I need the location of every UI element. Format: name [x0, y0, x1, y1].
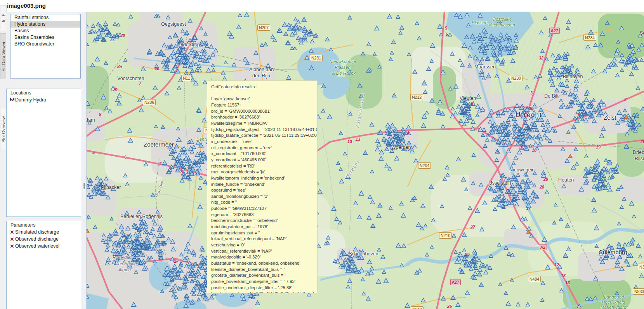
parameter-item-simulated-discharge[interactable]: ✕Simulated discharge: [7, 229, 81, 236]
road-badge-n11: N11: [181, 75, 191, 81]
place-label-zeist: Zeist: [604, 114, 616, 121]
parameter-item-observed-discharge[interactable]: ✕Observed discharge: [7, 236, 81, 243]
locations-panel: Locations Dummy Hydro: [6, 89, 81, 217]
road-badge-n214: N214: [411, 306, 424, 309]
location-flag-icon: [9, 97, 15, 103]
groundwater-markers-layer[interactable]: [82, 12, 644, 309]
tooltip-line: opgeruimd = 'nee': [211, 187, 317, 194]
panel-map-splitter[interactable]: [82, 12, 87, 309]
road-badge-n833: N833: [633, 288, 644, 295]
tooltip-line: uit_registratie_genomen = 'nee': [211, 145, 317, 151]
motorway-exit-number: 5: [445, 26, 447, 30]
place-label-den-rijn: den Rijn: [252, 73, 270, 79]
x-marker-icon: ✕: [9, 229, 15, 235]
place-label-voorschoten: Voorschoten: [117, 76, 144, 81]
tooltip-line: kwaliteitsregime = 'IMBRO/A': [211, 120, 317, 127]
location-item-label: Dummy Hydro: [15, 97, 46, 103]
place-label-zoetermeer: Zoetermeer: [144, 141, 174, 148]
motorway-exit-number: 8: [181, 169, 183, 174]
nature-label-heerlijkheid: Heerlijkheid: [602, 300, 625, 304]
road-badge-n230: N230: [510, 75, 522, 81]
tooltip-line: GetFeatureInfo results:: [211, 84, 317, 90]
tooltip-line: aantal_monitoringbuizen = '3': [211, 194, 317, 200]
tooltip-line: kwaliteitsnorm_inrichting = 'onbekend': [211, 175, 317, 182]
motorway-exit-number: 27: [174, 259, 179, 264]
place-label-airport: Airport: [118, 267, 131, 272]
parameter-item-label: Observed waterlevel: [15, 243, 59, 249]
side-tab-strip: 5 : F6 : Data ViewerPlot Overview: [0, 12, 6, 309]
layer-item-bro-groundwater[interactable]: BRO Groundwater: [10, 41, 80, 47]
tooltip-line: referentiestelsel = 'RD': [211, 163, 317, 169]
tooltip-line: positie_onderkant_diepste_filter = '-25.…: [211, 285, 317, 291]
tooltip-line: kleinste_diameter_bovenkant_buis = '': [211, 267, 317, 273]
tooltip-line: bro_id = 'GMW000000038681': [211, 108, 317, 115]
motorway-exit-number: 8a: [117, 64, 122, 69]
parameters-panel: Parameters ✕Simulated discharge✕Observed…: [6, 221, 81, 309]
parameter-item-observed-waterlevel[interactable]: ✕Observed waterlevel: [7, 243, 81, 250]
layer-item-hydro-stations[interactable]: Hydro stations: [10, 21, 80, 28]
motorway-exit-number: 6: [124, 155, 127, 159]
x-marker-icon: ✕: [9, 243, 15, 249]
motorway-exit-number: 7: [139, 81, 141, 86]
motorway-exit-number: 5: [92, 150, 95, 155]
motorway-exit-number: 3: [624, 97, 627, 102]
location-item-dummy-hydro[interactable]: Dummy Hydro: [7, 96, 81, 103]
motorway-exit-number: 13: [347, 139, 352, 144]
side-tab-plot-overview[interactable]: Plot Overview: [0, 109, 7, 150]
road-badge-n206: N206: [143, 99, 156, 105]
road-badge-n204: N204: [418, 162, 431, 169]
place-label-alphen-aan: Alphen aan: [249, 67, 274, 72]
nature-label--de-haeck: & De Haeck: [332, 71, 356, 75]
motorway-exit-number: 6: [471, 101, 473, 106]
motorway-exit-number: 7: [483, 108, 485, 113]
parameters-header: Parameters: [7, 221, 81, 229]
tooltip-line: bronhouder = '30276683': [211, 114, 317, 120]
tooltip-line: opruimingsdatum_put = '': [211, 230, 317, 236]
orange-station-marker[interactable]: [568, 154, 572, 158]
nature-label-plassen: Plassen: [472, 20, 488, 25]
motorway-exit-number: 5: [446, 32, 448, 37]
tooltip-line: tijdstip_registratie_object = '2020-11-1…: [211, 127, 317, 133]
nature-label-landgoed: Landgoed: [604, 295, 624, 299]
place-label-driebergen-: Driebergen-: [633, 150, 644, 155]
motorway-exit-number: 3b: [113, 87, 118, 91]
layers-list[interactable]: Rainfall stationsHydro stationsBasinsBas…: [10, 14, 81, 79]
tooltip-line: x_coordinaat = '101760.000': [211, 151, 317, 157]
nature-label-oostelijke: Oostelijke: [492, 17, 512, 21]
tooltip-line: lokaal_verticaal_referentiepunt = 'NAP': [211, 236, 317, 242]
motorway-exit-number: 29: [543, 177, 548, 182]
tooltip-line: inrichtingsdatum_put = '1978': [211, 224, 317, 230]
motorway-exit-number: 13: [356, 137, 360, 141]
road-badge-n231: N231: [310, 55, 323, 61]
layer-item-basins[interactable]: Basins: [10, 28, 80, 34]
place-label-bilthoven: Bilthoven: [563, 74, 583, 79]
layer-item-basins-ensembles[interactable]: Basins Ensembles: [10, 34, 80, 41]
motorway-exit-number: 31: [530, 91, 535, 95]
road-badge-a27: A27: [549, 28, 560, 34]
motorway-exit-number: 7: [159, 162, 161, 166]
groundwater-marker-set-dark[interactable]: [82, 16, 644, 305]
tooltip-line: fuuid = 'gmw_kenset.bd395a90-36a6-46ad-a…: [211, 291, 317, 293]
side-tab-5-f[interactable]: 5 : F: [0, 5, 7, 30]
tooltip-line: grootste_diameter_bovenkant_buis = '': [211, 272, 317, 279]
side-tab-6-data-viewer[interactable]: 6 : Data Viewer: [0, 33, 7, 79]
tooltip-line: in_onderzoek = 'nee': [211, 139, 317, 145]
side-tab-label: Plot Overview: [1, 116, 6, 143]
map-canvas[interactable]: OegstgeestLeiderdorpVoorschotenAlphen aa…: [82, 12, 644, 309]
tooltip-line: maaiveldpositie = '-0.329': [211, 254, 317, 260]
tooltip-line: [211, 90, 317, 96]
nature-label-nieuwkoopse: Nieuwkoopse: [329, 59, 356, 64]
place-label-culemborg: Culemborg: [599, 249, 627, 255]
motorway-exit-number: 13: [565, 280, 570, 285]
parameter-item-label: Simulated discharge: [15, 229, 59, 235]
motorway-exit-number: 2: [578, 111, 580, 115]
layer-item-rainfall-stations[interactable]: Rainfall stations: [10, 14, 80, 21]
tooltip-line: buisstatus = 'onbekend, onbekend, onbeke…: [211, 260, 317, 267]
splitter-grip-icon[interactable]: ●●●: [83, 183, 85, 189]
road-badge-n212: N212: [410, 94, 423, 100]
motorway-exit-number: 13: [561, 273, 566, 278]
road-badge-n234: N234: [583, 35, 596, 41]
place-label-houten: Houten: [558, 177, 574, 183]
tooltip-line: tijdstip_laatste_correctie = '2021-05-11…: [211, 133, 317, 139]
place-label-ijsselstein: IJsselstein: [488, 180, 511, 186]
